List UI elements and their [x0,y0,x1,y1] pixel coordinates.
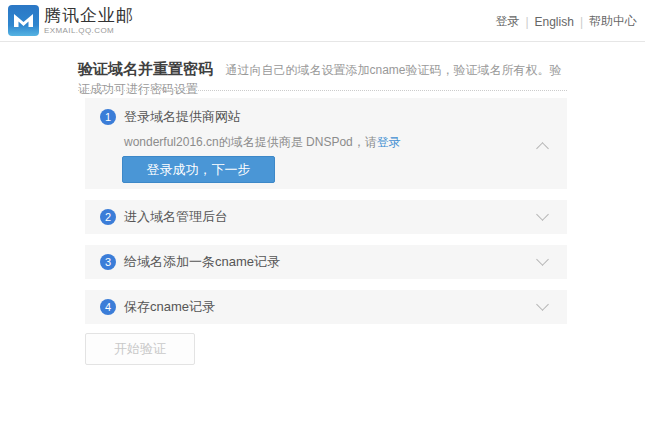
chevron-up-icon [536,142,549,155]
nav-separator: | [580,15,583,29]
step-1-title: 登录域名提供商网站 [124,108,241,126]
step-1-header: 1 登录域名提供商网站 [100,108,241,126]
step-2-title: 进入域名管理后台 [124,208,228,226]
step-1-number-badge: 1 [100,109,116,125]
top-nav: 登录 | English | 帮助中心 [495,13,637,30]
step-row-1[interactable]: 1 登录域名提供商网站 wonderful2016.cn的域名提供商是 DNSP… [85,98,567,189]
exmail-logo-icon [8,5,39,36]
nav-separator: | [525,15,528,29]
step-1-body: wonderful2016.cn的域名提供商是 DNSPod，请登录 [124,134,401,151]
chevron-down-icon [536,253,549,266]
page-title: 验证域名并重置密码 [78,60,213,77]
step-4-number-badge: 4 [100,299,116,315]
step-1-login-link[interactable]: 登录 [377,135,401,149]
nav-english-link[interactable]: English [535,15,574,29]
nav-login-link[interactable]: 登录 [495,13,519,30]
step-row-4[interactable]: 4 保存cname记录 [85,290,567,324]
chevron-down-icon [536,208,549,221]
step-row-2[interactable]: 2 进入域名管理后台 [85,200,567,234]
logo-subtitle: EXMAIL.QQ.COM [44,27,134,35]
logo-title: 腾讯企业邮 [44,7,134,24]
step-row-3[interactable]: 3 给域名添加一条cname记录 [85,245,567,279]
steps-accordion: 1 登录域名提供商网站 wonderful2016.cn的域名提供商是 DNSP… [78,90,567,335]
step-3-number-badge: 3 [100,254,116,270]
step-4-title: 保存cname记录 [124,298,215,316]
header: 腾讯企业邮 EXMAIL.QQ.COM 登录 | English | 帮助中心 [0,0,645,42]
logo[interactable]: 腾讯企业邮 EXMAIL.QQ.COM [8,5,134,36]
start-verify-button[interactable]: 开始验证 [85,333,195,365]
chevron-down-icon [536,298,549,311]
nav-help-center-link[interactable]: 帮助中心 [589,13,637,30]
step-2-number-badge: 2 [100,209,116,225]
login-success-next-button[interactable]: 登录成功，下一步 [122,156,275,183]
step-1-body-text: wonderful2016.cn的域名提供商是 DNSPod，请 [124,135,377,149]
step-3-title: 给域名添加一条cname记录 [124,253,280,271]
logo-text: 腾讯企业邮 EXMAIL.QQ.COM [44,7,134,35]
